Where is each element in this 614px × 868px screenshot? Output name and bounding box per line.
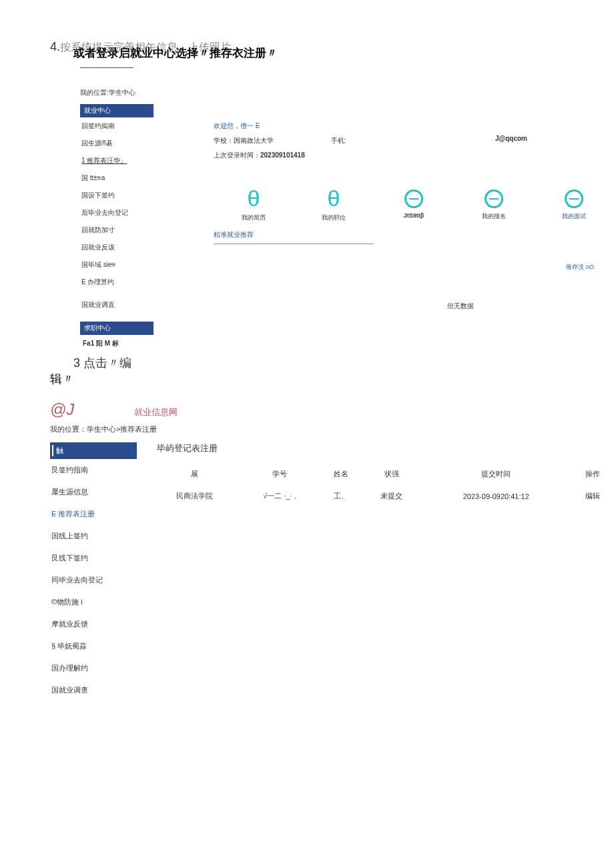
th-status: 状强	[362, 464, 420, 484]
nav-item-recommend-register[interactable]: E 推荐表注册	[50, 503, 137, 525]
step4-num: 4.	[50, 40, 60, 53]
main-panel-1: 欢迎您，僧一 E 学校：因南政法大学 手机: 上次登录时间：2023091014…	[214, 121, 614, 311]
th-name: 姓名	[320, 464, 362, 484]
icon-label: 我的职位	[294, 213, 374, 222]
theta-circle-icon	[404, 189, 423, 208]
th-submit-time: 提交时间	[420, 464, 572, 484]
nav-item[interactable]: E 办理算约	[80, 274, 154, 291]
nav-item[interactable]: 后毕业去向登记	[80, 204, 154, 222]
school-value: 因南政法大学	[234, 137, 274, 144]
logo-row: @J 就业信息网	[50, 400, 614, 419]
nav-header-employment: 就业中心	[80, 104, 154, 117]
td-submit-time: 2023-09-0920:41:12	[420, 484, 572, 508]
email-text: J@qqcom	[495, 135, 527, 142]
tab-title: 毕屿登记表注册	[157, 442, 614, 454]
nav-item[interactable]: 国就业调直	[80, 296, 154, 314]
welcome-text: 欢迎您，僧一 E	[214, 121, 614, 131]
dashboard-screenshot-2: @J 就业信息网 我的位置：学生中心>推荐表注册 触 艮签约指南 屋生源信息 E…	[50, 400, 614, 701]
nav-item[interactable]: 回就防加寸	[80, 222, 154, 239]
nav-item[interactable]: 回就业反该	[80, 239, 154, 256]
breadcrumb-1: 我的位置:学生中心	[80, 88, 614, 97]
info-login: 上次登录时间：202309101418	[214, 151, 614, 160]
nav-item[interactable]: 国毕域 sie≡	[80, 256, 154, 274]
info-school-phone: 学校：因南政法大学 手机:	[214, 136, 614, 145]
nav-fa-label[interactable]: Fa1 阳 M 标	[80, 335, 154, 352]
login-value: 202309101418	[260, 151, 305, 159]
nav-item[interactable]: 国线上签约	[50, 525, 137, 547]
icon-signup[interactable]: 我的报名	[454, 187, 534, 222]
nav-item[interactable]: 同毕业去向登记	[50, 569, 137, 591]
theta-icon: θ	[214, 187, 294, 209]
nav-item[interactable]: 屋生源信息	[50, 481, 137, 503]
th-action: 操作	[572, 464, 615, 484]
main-panel-2: 毕屿登记表注册 展 学号 姓名 状强 提交时间 操作 民商法学院 √一二 ·_·…	[150, 442, 614, 508]
table-row: 民商法学院 √一二 ·_· . 工、 未提交 2023-09-0920:41:1…	[150, 484, 614, 508]
icon-interview[interactable]: 我的面试	[534, 187, 614, 222]
nav-item[interactable]: § 毕妩蜀蒜	[50, 635, 137, 657]
icon-label: JtS9ttβ	[374, 212, 454, 219]
quick-icons-row: θ 我的简历 θ 我的职位 JtS9ttβ 我的报名 我的面试	[214, 187, 614, 222]
sidebar-2: 触 艮签约指南 屋生源信息 E 推荐表注册 国线上签约 艮线下签约 同毕业去向登…	[50, 442, 137, 701]
icon-label: 我的面试	[534, 212, 614, 221]
td-college: 民商法学院	[150, 484, 239, 508]
no-data-text: 但无数据	[307, 302, 614, 311]
precise-recommend[interactable]: 精准就业推荐	[214, 230, 374, 244]
breadcrumb-2: 我的位置：学生中心>推荐表注册	[50, 424, 614, 434]
nav-item-recommend[interactable]: 1 推荐表汪华」	[80, 152, 154, 169]
register-table: 展 学号 姓名 状强 提交时间 操作 民商法学院 √一二 ·_· . 工、 未提…	[150, 464, 614, 508]
login-label: 上次登录时间：	[214, 151, 260, 160]
step3-line2: 辑〃	[50, 371, 614, 387]
theta-circle-icon	[565, 189, 583, 208]
icon-jts[interactable]: JtS9ttβ	[374, 187, 454, 222]
td-student-id: √一二 ·_· .	[239, 484, 320, 508]
th-college: 展	[150, 464, 239, 484]
td-name: 工、	[320, 484, 362, 508]
theta-icon: θ	[294, 187, 374, 209]
theta-circle-icon	[485, 189, 503, 208]
nav-item[interactable]: 艮线下签约	[50, 547, 137, 569]
dashboard-screenshot-1: 我的位置:学生中心 就业中心 回签约揭南 回生源®碁 1 推荐表汪华」 国 tt…	[80, 88, 614, 342]
nav-item[interactable]: ©物防施 i	[50, 591, 137, 613]
school-label: 学校：	[214, 136, 234, 145]
nav-item[interactable]: 国办理解约	[50, 657, 137, 679]
step-or-title: 或者登录启就业中心选择〃推存衣注册〃	[73, 45, 614, 61]
icon-label: 我的报名	[454, 212, 534, 221]
sidebar-1: 就业中心 回签约揭南 回生源®碁 1 推荐表汪华」 国 tt±≡a 国设下签约 …	[80, 104, 154, 352]
icon-resume[interactable]: θ 我的简历	[214, 187, 294, 222]
nav-header-job: 求职中心	[80, 322, 154, 335]
nav-item[interactable]: 国 tt±≡a	[80, 169, 154, 187]
nav-item[interactable]: 回生源®碁	[80, 135, 154, 152]
icon-positions[interactable]: θ 我的职位	[294, 187, 374, 222]
th-student-id: 学号	[239, 464, 320, 484]
logo-at: @J	[50, 400, 74, 419]
nav-item[interactable]: 国设下签约	[80, 187, 154, 204]
step3-line1: 3 点击〃编	[73, 355, 614, 371]
nav-header-2: 触	[50, 442, 137, 459]
edit-link[interactable]: 编辑	[572, 484, 615, 508]
nav-item[interactable]: 国就业调查	[50, 679, 137, 701]
underline-decor	[80, 67, 133, 68]
nav-item[interactable]: 摩就业反馈	[50, 613, 137, 635]
table-header-row: 展 学号 姓名 状强 提交时间 操作	[150, 464, 614, 484]
nav-item[interactable]: 回签约揭南	[80, 117, 154, 135]
icon-label: 我的简历	[214, 213, 294, 222]
phone-label: 手机:	[331, 136, 346, 145]
nav-item[interactable]: 艮签约指南	[50, 459, 137, 481]
td-status: 未提交	[362, 484, 420, 508]
site-name: 就业信息网	[134, 406, 178, 418]
more-link[interactable]: 推存没 nO	[566, 263, 594, 272]
